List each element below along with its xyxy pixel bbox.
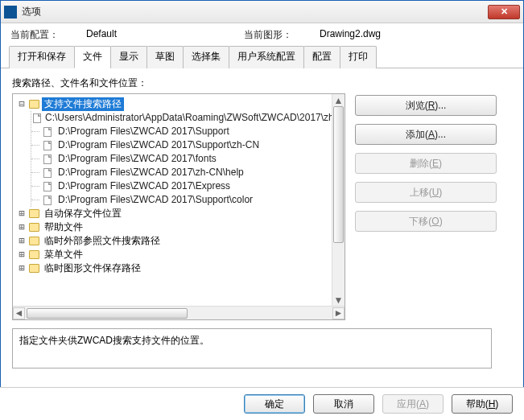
- current-config-label: 当前配置：: [10, 28, 59, 42]
- current-config-value: Default: [86, 28, 199, 42]
- tree-node-collapsed[interactable]: ⊞帮助文件: [16, 220, 341, 234]
- scroll-up-icon[interactable]: ▲: [332, 94, 345, 106]
- app-icon: [4, 6, 17, 19]
- scroll-down-icon[interactable]: ▼: [332, 294, 345, 306]
- folder-icon: [27, 208, 40, 220]
- tab-3[interactable]: 草图: [146, 46, 184, 68]
- section-label: 搜索路径、文件名和文件位置：: [12, 76, 512, 90]
- tree-node-collapsed[interactable]: ⊞菜单文件: [16, 248, 341, 261]
- tab-bar: 打开和保存文件显示草图选择集用户系统配置配置打印: [1, 45, 523, 68]
- files-panel: 搜索路径、文件名和文件位置： ⊟支持文件搜索路径C:\Users\Adminis…: [1, 68, 523, 377]
- expand-icon[interactable]: ⊞: [16, 234, 27, 248]
- ok-button[interactable]: 确定: [244, 394, 305, 414]
- collapse-icon[interactable]: ⊟: [16, 97, 27, 111]
- current-drawing-label: 当前图形：: [244, 28, 292, 42]
- window-title: 选项: [22, 5, 488, 19]
- add-button[interactable]: 添加(A)...: [355, 124, 497, 145]
- folder-icon: [27, 249, 40, 261]
- tab-0[interactable]: 打开和保存: [9, 46, 75, 68]
- folder-icon: [27, 263, 40, 274]
- tree-path-text: D:\Program Files\ZWCAD 2017\Express: [56, 179, 233, 193]
- tree-node-label: 菜单文件: [42, 248, 85, 261]
- help-button[interactable]: 帮助(H): [452, 394, 513, 414]
- tree-node-label: 临时外部参照文件搜索路径: [42, 234, 163, 248]
- current-drawing-value: Drawing2.dwg: [320, 28, 432, 42]
- file-icon: [41, 181, 54, 192]
- tree-path-text: D:\Program Files\ZWCAD 2017\fonts: [56, 152, 219, 166]
- file-icon: [41, 195, 54, 206]
- tree-node-label: 帮助文件: [42, 220, 85, 234]
- hscroll-thumb[interactable]: [27, 308, 188, 319]
- vscroll-thumb[interactable]: [333, 106, 344, 243]
- tree-path-text: C:\Users\Administrator\AppData\Roaming\Z…: [43, 111, 345, 125]
- tree-node-collapsed[interactable]: ⊞自动保存文件位置: [16, 207, 341, 220]
- expand-icon[interactable]: ⊞: [16, 220, 27, 234]
- tree-path-item[interactable]: D:\Program Files\ZWCAD 2017\zh-CN\help: [31, 166, 341, 179]
- tree-path-text: D:\Program Files\ZWCAD 2017\Support: [56, 125, 232, 138]
- file-icon: [33, 113, 41, 124]
- expand-icon[interactable]: ⊞: [16, 248, 27, 261]
- tree-path-text: D:\Program Files\ZWCAD 2017\zh-CN\help: [56, 166, 246, 179]
- tree-node-support-path[interactable]: ⊟支持文件搜索路径: [16, 97, 341, 111]
- tree-node-label: 自动保存文件位置: [42, 207, 124, 220]
- tab-5[interactable]: 用户系统配置: [229, 46, 304, 68]
- tree-path-text: D:\Program Files\ZWCAD 2017\Support\colo…: [56, 193, 255, 207]
- file-icon: [41, 167, 54, 179]
- expand-icon[interactable]: ⊞: [16, 261, 27, 275]
- scroll-left-icon[interactable]: ◄: [13, 307, 25, 319]
- tree-path-item[interactable]: D:\Program Files\ZWCAD 2017\Support\colo…: [31, 193, 341, 207]
- tree-node-label: 临时图形文件保存路径: [42, 261, 143, 275]
- tab-1[interactable]: 文件: [74, 46, 111, 68]
- description-text: 指定文件夹供ZWCAD搜索支持文件的位置。: [19, 335, 209, 346]
- file-icon: [41, 154, 54, 165]
- tree-view[interactable]: ⊟支持文件搜索路径C:\Users\Administrator\AppData\…: [12, 93, 345, 320]
- tree-path-text: D:\Program Files\ZWCAD 2017\Support\zh-C…: [56, 138, 262, 152]
- apply-button: 应用(A): [382, 394, 444, 414]
- tree-node-label: 支持文件搜索路径: [42, 97, 124, 111]
- browse-button[interactable]: 浏览(R)...: [355, 95, 497, 116]
- move-down-button: 下移(O): [355, 211, 497, 232]
- tab-4[interactable]: 选择集: [183, 46, 229, 68]
- description-box: 指定文件夹供ZWCAD搜索支持文件的位置。: [12, 328, 492, 369]
- tree-node-collapsed[interactable]: ⊞临时图形文件保存路径: [16, 261, 341, 275]
- delete-button: 删除(E): [355, 153, 497, 174]
- scroll-right-icon[interactable]: ►: [332, 307, 345, 319]
- cancel-button[interactable]: 取消: [313, 394, 374, 414]
- tab-2[interactable]: 显示: [110, 46, 147, 68]
- side-button-column: 浏览(R)... 添加(A)... 删除(E) 上移(U) 下移(O): [355, 93, 497, 320]
- close-button[interactable]: ✕: [488, 5, 520, 19]
- folder-icon: [27, 222, 40, 233]
- config-info: 当前配置： Default 当前图形： Drawing2.dwg: [1, 23, 523, 45]
- file-icon: [41, 126, 54, 138]
- tree-path-item[interactable]: D:\Program Files\ZWCAD 2017\fonts: [31, 152, 341, 166]
- tree-path-item[interactable]: D:\Program Files\ZWCAD 2017\Support\zh-C…: [31, 138, 341, 152]
- folder-icon: [27, 99, 40, 110]
- tab-6[interactable]: 配置: [303, 46, 340, 68]
- tree-path-item[interactable]: C:\Users\Administrator\AppData\Roaming\Z…: [31, 111, 341, 125]
- title-bar: 选项 ✕: [1, 1, 523, 23]
- vertical-scrollbar[interactable]: ▲ ▼: [332, 94, 345, 306]
- bottom-bar: 确定 取消 应用(A) 帮助(H): [0, 387, 524, 420]
- move-up-button: 上移(U): [355, 182, 497, 203]
- tree-node-collapsed[interactable]: ⊞临时外部参照文件搜索路径: [16, 234, 341, 248]
- folder-icon: [27, 236, 40, 247]
- expand-icon[interactable]: ⊞: [16, 207, 27, 220]
- tab-7[interactable]: 打印: [340, 46, 377, 68]
- tree-path-item[interactable]: D:\Program Files\ZWCAD 2017\Support: [31, 125, 341, 138]
- horizontal-scrollbar[interactable]: ◄ ►: [13, 306, 345, 319]
- file-icon: [41, 140, 54, 151]
- tree-path-item[interactable]: D:\Program Files\ZWCAD 2017\Express: [31, 179, 341, 193]
